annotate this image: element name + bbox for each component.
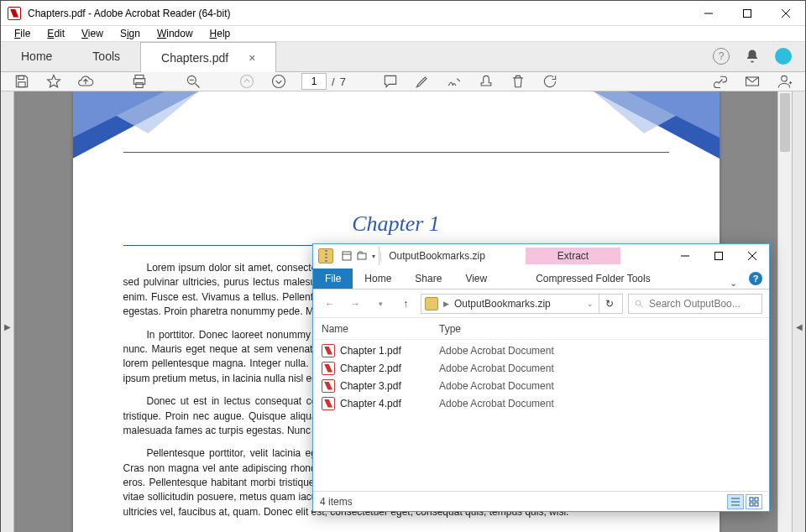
delete-icon[interactable] <box>509 72 527 91</box>
menu-file[interactable]: File <box>8 26 37 41</box>
svg-point-13 <box>273 76 285 88</box>
svg-point-15 <box>782 76 788 81</box>
acrobat-title: Chapters.pdf - Adobe Acrobat Reader (64-… <box>28 8 230 19</box>
menu-help[interactable]: Help <box>203 26 238 41</box>
svg-rect-33 <box>755 503 758 506</box>
svg-rect-20 <box>358 253 366 259</box>
star-icon[interactable] <box>44 72 63 91</box>
ribbon-help-icon[interactable]: ? <box>749 272 762 285</box>
svg-rect-30 <box>750 498 753 501</box>
file-row[interactable]: Chapter 2.pdfAdobe Acrobat Document <box>313 359 769 377</box>
page-down-icon[interactable] <box>270 72 288 91</box>
file-name: Chapter 4.pdf <box>340 398 439 409</box>
ribbon-share[interactable]: Share <box>403 269 453 289</box>
tab-document-label: Chapters.pdf <box>161 51 228 65</box>
zoom-icon[interactable] <box>184 72 202 91</box>
explorer-minimize-button[interactable] <box>668 244 702 268</box>
column-headers: Name Type <box>313 318 769 340</box>
address-dropdown-icon[interactable]: ⌄ <box>587 300 594 308</box>
svg-point-12 <box>241 76 254 88</box>
pdf-icon <box>322 379 335 393</box>
right-panel-handle[interactable]: ◀ <box>792 91 805 532</box>
close-button[interactable] <box>767 1 805 26</box>
file-name: Chapter 3.pdf <box>340 380 439 392</box>
menu-sign[interactable]: Sign <box>113 26 147 41</box>
email-icon[interactable] <box>743 72 762 91</box>
zip-icon <box>318 248 333 263</box>
nav-recent-dropdown[interactable]: ▾ <box>370 294 390 314</box>
file-row[interactable]: Chapter 4.pdfAdobe Acrobat Document <box>313 394 769 412</box>
view-details-button[interactable] <box>727 494 744 509</box>
acrobat-toolbar: / 7 <box>1 72 805 91</box>
link-icon[interactable] <box>711 72 730 91</box>
file-type: Adobe Acrobat Document <box>439 398 554 409</box>
explorer-close-button[interactable] <box>735 244 769 268</box>
svg-rect-5 <box>18 82 25 87</box>
vertical-scrollbar[interactable]: ▲ ▼ <box>777 91 792 532</box>
qat-properties-icon[interactable] <box>342 251 352 261</box>
svg-rect-1 <box>744 9 751 17</box>
rotate-icon[interactable] <box>541 72 559 91</box>
explorer-title: OutputBookmarks.zip <box>382 250 492 262</box>
column-name[interactable]: Name <box>322 323 439 335</box>
cloud-upload-icon[interactable] <box>76 72 95 91</box>
qat-newfolder-icon[interactable] <box>357 251 367 261</box>
address-bar[interactable]: ▶ OutputBookmarks.zip ⌄ ↻ <box>421 294 623 314</box>
minimize-button[interactable] <box>689 1 728 26</box>
svg-rect-8 <box>136 83 143 88</box>
explorer-ribbon: File Home Share View Compressed Folder T… <box>313 268 769 289</box>
ribbon-expand-icon[interactable]: ⌄ <box>725 278 742 289</box>
contextual-tab-label: Extract <box>526 248 620 264</box>
column-type[interactable]: Type <box>439 323 769 335</box>
file-row[interactable]: Chapter 1.pdfAdobe Acrobat Document <box>313 342 769 359</box>
highlight-icon[interactable] <box>413 72 432 91</box>
ribbon-home[interactable]: Home <box>353 269 403 289</box>
nav-up-button[interactable]: ↑ <box>395 294 416 314</box>
nav-forward-button[interactable]: → <box>345 294 365 314</box>
menu-window[interactable]: Window <box>150 26 200 41</box>
tab-document[interactable]: Chapters.pdf × <box>140 42 276 72</box>
print-icon[interactable] <box>130 72 149 91</box>
menu-edit[interactable]: Edit <box>40 26 71 41</box>
maximize-button[interactable] <box>728 1 767 26</box>
search-box[interactable]: Search OutputBoo... <box>628 294 762 314</box>
view-icons-button[interactable] <box>746 494 762 509</box>
file-name: Chapter 2.pdf <box>340 362 439 374</box>
tab-close-icon[interactable]: × <box>249 51 255 65</box>
file-row[interactable]: Chapter 3.pdfAdobe Acrobat Document <box>313 377 769 394</box>
search-icon <box>634 299 644 309</box>
ribbon-file[interactable]: File <box>313 269 353 289</box>
tab-tools[interactable]: Tools <box>72 41 140 71</box>
qat-dropdown-icon[interactable]: ▾ <box>372 253 375 260</box>
save-icon[interactable] <box>13 72 31 91</box>
nav-back-button[interactable]: ← <box>320 294 340 314</box>
people-icon[interactable] <box>775 72 793 91</box>
explorer-address-row: ← → ▾ ↑ ▶ OutputBookmarks.zip ⌄ ↻ Search… <box>313 289 769 318</box>
page-up-icon[interactable] <box>238 72 256 91</box>
file-type: Adobe Acrobat Document <box>439 380 554 392</box>
pdf-icon <box>322 362 335 375</box>
help-icon[interactable]: ? <box>713 48 730 65</box>
svg-line-10 <box>196 84 200 88</box>
stamp-icon[interactable] <box>477 72 495 91</box>
refresh-button[interactable]: ↻ <box>599 294 619 314</box>
left-panel-handle[interactable]: ▶ <box>1 91 14 532</box>
scroll-thumb[interactable] <box>780 93 790 152</box>
breadcrumb-separator-icon[interactable]: ▶ <box>443 300 449 308</box>
menu-view[interactable]: View <box>75 26 110 41</box>
account-avatar[interactable] <box>775 48 792 65</box>
pdf-icon <box>322 397 335 410</box>
file-list: Chapter 1.pdfAdobe Acrobat Document Chap… <box>313 340 769 491</box>
explorer-maximize-button[interactable] <box>702 244 735 268</box>
ribbon-view[interactable]: View <box>453 269 499 289</box>
acrobat-titlebar: Chapters.pdf - Adobe Acrobat Reader (64-… <box>1 1 805 26</box>
breadcrumb-item[interactable]: OutputBookmarks.zip <box>454 298 551 310</box>
page-total: 7 <box>340 76 346 88</box>
ribbon-compressed-tools[interactable]: Compressed Folder Tools <box>524 269 662 289</box>
notifications-icon[interactable] <box>745 49 760 64</box>
sign-icon[interactable] <box>445 72 463 91</box>
comment-icon[interactable] <box>381 72 400 91</box>
address-zip-icon <box>425 297 438 310</box>
page-number-input[interactable] <box>301 73 327 90</box>
tab-home[interactable]: Home <box>1 41 72 71</box>
